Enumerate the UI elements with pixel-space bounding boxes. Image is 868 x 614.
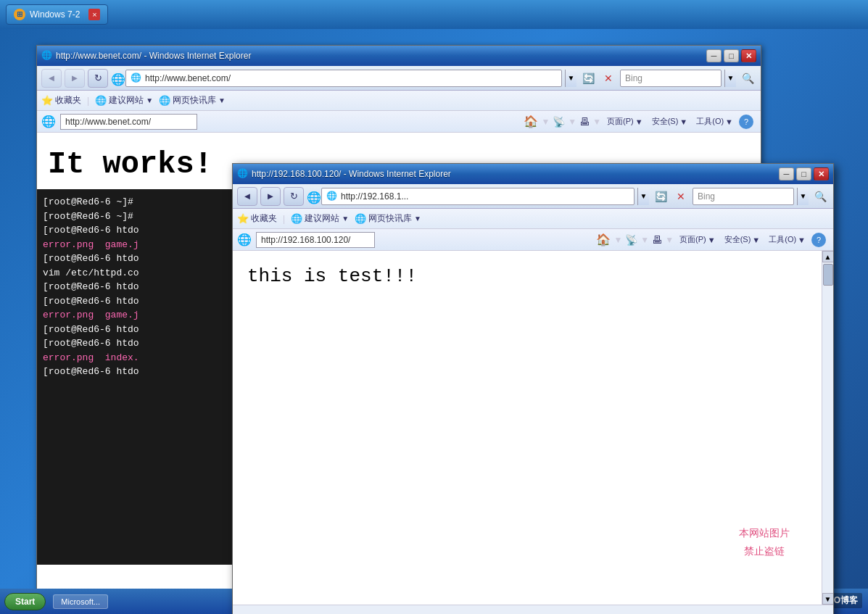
refresh-icon-2[interactable]: 🔄	[652, 188, 669, 205]
maximize-btn-1[interactable]: □	[724, 49, 739, 62]
tools-menu-1[interactable]: 工具(O)▼	[693, 115, 736, 128]
close-btn-2[interactable]: ✕	[814, 167, 829, 181]
desktop: 🌐 http://www.benet.com/ - Windows Intern…	[0, 29, 868, 614]
suggest-dropdown-1[interactable]: ▼	[146, 96, 153, 104]
window-controls-1: ─ □ ✕	[706, 49, 756, 62]
scroll-thumb[interactable]	[823, 264, 833, 286]
reload-btn-1[interactable]: ↻	[88, 69, 108, 88]
vm-icon: ⊞	[14, 9, 25, 20]
quicklib-dropdown-1[interactable]: ▼	[218, 96, 226, 104]
address-dropdown-2[interactable]: ▼	[637, 188, 649, 205]
quicklib-dropdown-2[interactable]: ▼	[414, 215, 421, 223]
taskbar-ie-btn[interactable]: Microsoft...	[53, 594, 108, 609]
ie-window-192: 🌐 http://192.168.100.120/ - Windows Inte…	[232, 163, 834, 614]
scroll-up-btn[interactable]: ▲	[822, 251, 834, 262]
ie-quicklib-icon-1: 🌐	[159, 95, 170, 106]
suggest-site-btn-1[interactable]: 🌐 建议网站 ▼	[95, 94, 153, 107]
ie-navbar-2: ◄ ► ↻ 🌐 🌐 http://192.168.1... ▼ 🔄 ✕ Bing…	[233, 184, 833, 209]
ie-statusbar-2	[233, 605, 833, 614]
help-icon-1[interactable]: ?	[739, 115, 753, 129]
w2-main-content: this is test!!! 本网站图片 禁止盗链	[233, 251, 822, 605]
taskbar-windows7-btn[interactable]: ⊞ Windows 7-2 ×	[6, 4, 108, 25]
ie-quicklib-icon-2: 🌐	[355, 213, 366, 224]
search-placeholder-2: Bing	[698, 191, 715, 202]
search-dropdown-2[interactable]: ▼	[797, 188, 809, 205]
watermark-text: 本网站图片 禁止盗链	[739, 525, 790, 561]
address-bar-1[interactable]: 🌐 http://www.benet.com/	[125, 70, 562, 87]
favorites-btn-1[interactable]: ⭐ 收藏夹	[41, 94, 81, 107]
refresh-icon-1[interactable]: 🔄	[579, 70, 597, 87]
quicklib-btn-2[interactable]: 🌐 网页快讯库 ▼	[355, 212, 421, 225]
forward-btn-2[interactable]: ►	[260, 187, 281, 206]
search-btn-1[interactable]: 🔍	[739, 70, 756, 87]
favorites-label-1: 收藏夹	[55, 94, 81, 107]
start-button[interactable]: Start	[4, 593, 46, 610]
favorites-btn-2[interactable]: ⭐ 收藏夹	[237, 212, 277, 225]
search-btn-2[interactable]: 🔍	[811, 188, 829, 205]
reload-btn-2[interactable]: ↻	[284, 187, 304, 206]
forward-btn-1[interactable]: ►	[65, 69, 85, 88]
addr-icon-2: 🌐	[237, 233, 252, 246]
ie-suggest-icon-1: 🌐	[95, 95, 107, 106]
favorites-bar-1: ⭐ 收藏夹 | 🌐 建议网站 ▼ 🌐 网页快讯库 ▼	[37, 91, 761, 111]
quicklib-label-1: 网页快讯库	[173, 94, 216, 107]
back-btn-1[interactable]: ◄	[41, 69, 62, 88]
ie-content-2: this is test!!! 本网站图片 禁止盗链 ▲ ▼	[233, 251, 833, 605]
quicklib-label-2: 网页快讯库	[368, 212, 412, 225]
address-input-2[interactable]	[256, 232, 375, 248]
address-input-1[interactable]	[60, 114, 197, 130]
taskbar-btn-label: Windows 7-2	[30, 9, 80, 20]
stop-icon-1[interactable]: ✕	[600, 70, 617, 87]
address-ie-icon-2: 🌐	[326, 191, 338, 202]
page-menu-1[interactable]: 页面(P)▼	[604, 115, 646, 128]
page-tools-1: 🏠 ▼ 📡 ▼ 🖶 ▼ 页面(P)▼ 安全(S)▼ 工具(O)▼ ?	[524, 115, 756, 129]
quicklib-btn-1[interactable]: 🌐 网页快讯库 ▼	[159, 94, 226, 107]
test-text: this is test!!!	[247, 265, 807, 287]
address-bar-2[interactable]: 🌐 http://192.168.1...	[321, 188, 635, 205]
watermark-line2: 禁止盗链	[739, 543, 790, 561]
print-icon-2[interactable]: 🖶	[652, 234, 662, 246]
addr-icon-1: 🌐	[41, 115, 56, 128]
feed-icon-1[interactable]: 📡	[553, 116, 565, 128]
suggest-dropdown-2[interactable]: ▼	[342, 215, 349, 223]
ie-title-text-1: http://www.benet.com/ - Windows Internet…	[56, 51, 703, 61]
address-row2-1: 🌐 🏠 ▼ 📡 ▼ 🖶 ▼ 页面(P)▼ 安全(S)▼ 工具(O)▼	[37, 111, 761, 133]
security-menu-2[interactable]: 安全(S)▼	[722, 233, 764, 246]
ie-logo-icon-2: 🌐	[237, 168, 249, 180]
scrollbar-2[interactable]: ▲ ▼	[822, 251, 833, 605]
feed-icon-2[interactable]: 📡	[625, 234, 637, 246]
scroll-down-btn[interactable]: ▼	[822, 593, 834, 605]
taskbar-close-btn[interactable]: ×	[88, 9, 100, 20]
home-icon-1[interactable]: 🏠	[524, 115, 538, 128]
ms-label: Microsoft...	[61, 597, 100, 606]
security-menu-1[interactable]: 安全(S)▼	[649, 115, 691, 128]
maximize-btn-2[interactable]: □	[796, 167, 811, 181]
close-btn-1[interactable]: ✕	[741, 49, 756, 62]
search-dropdown-1[interactable]: ▼	[724, 70, 736, 87]
home-icon-2[interactable]: 🏠	[596, 233, 611, 246]
ie-nav-icon-1: 🌐	[111, 72, 123, 84]
search-box-2[interactable]: Bing	[693, 188, 794, 205]
back-btn-2[interactable]: ◄	[237, 187, 257, 206]
help-icon-2[interactable]: ?	[811, 233, 826, 247]
suggest-label-2: 建议网站	[305, 212, 339, 225]
star-icon-2: ⭐	[237, 213, 249, 224]
ie-titlebar-2: 🌐 http://192.168.100.120/ - Windows Inte…	[233, 164, 833, 184]
ie-nav-icon-2: 🌐	[307, 191, 318, 202]
search-placeholder-1: Bing	[625, 73, 642, 83]
address-dropdown-1[interactable]: ▼	[565, 70, 576, 87]
address-url-1: http://www.benet.com/	[145, 73, 231, 83]
ie-titlebar-1: 🌐 http://www.benet.com/ - Windows Intern…	[37, 46, 761, 66]
stop-icon-2[interactable]: ✕	[672, 188, 690, 205]
watermark-line1: 本网站图片	[739, 525, 790, 543]
page-menu-2[interactable]: 页面(P)▼	[677, 233, 719, 246]
minimize-btn-1[interactable]: ─	[706, 49, 722, 62]
print-icon-1[interactable]: 🖶	[579, 116, 590, 128]
suggest-site-btn-2[interactable]: 🌐 建议网站 ▼	[291, 212, 349, 225]
ie-logo-icon-1: 🌐	[41, 50, 53, 62]
minimize-btn-2[interactable]: ─	[779, 167, 794, 181]
search-box-1[interactable]: Bing	[620, 70, 722, 87]
tools-menu-2[interactable]: 工具(O)▼	[766, 233, 809, 246]
ie-navbar-1: ◄ ► ↻ 🌐 🌐 http://www.benet.com/ ▼ 🔄 ✕ Bi…	[37, 66, 761, 91]
address-row2-2: 🌐 🏠 ▼ 📡 ▼ 🖶 ▼ 页面(P)▼ 安全(S)▼ 工具(O)▼	[233, 229, 833, 251]
